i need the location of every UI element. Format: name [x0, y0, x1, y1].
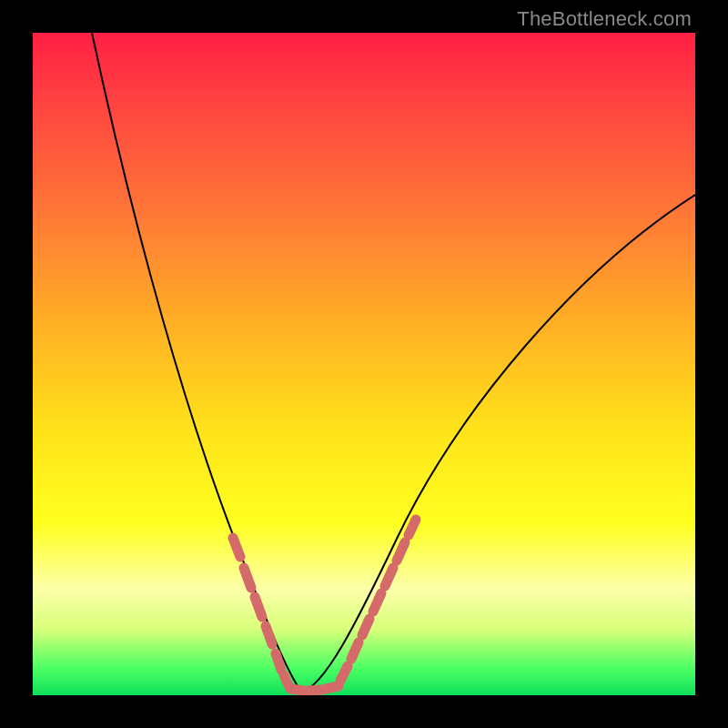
- dash-right-2: [351, 642, 359, 659]
- dash-right-7: [409, 520, 416, 535]
- dash-trough-2: [308, 690, 322, 691]
- dash-left-5: [276, 653, 281, 670]
- dash-trough-3: [326, 686, 339, 689]
- dash-right-1: [340, 666, 348, 681]
- dash-left-6: [284, 675, 288, 685]
- watermark-text: TheBottleneck.com: [517, 7, 692, 31]
- dash-left-1: [233, 538, 240, 557]
- bottleneck-curve: [92, 33, 695, 692]
- dash-right-4: [373, 593, 381, 612]
- dash-left-4: [266, 626, 272, 644]
- dash-trough-1: [290, 689, 304, 691]
- dash-right-5: [385, 568, 393, 586]
- bottleneck-chart: [33, 33, 695, 695]
- dash-left-2: [244, 568, 251, 588]
- plot-area: [33, 33, 695, 695]
- dash-right-6: [397, 542, 405, 561]
- dash-right-3: [362, 619, 369, 635]
- dash-left-3: [255, 597, 262, 617]
